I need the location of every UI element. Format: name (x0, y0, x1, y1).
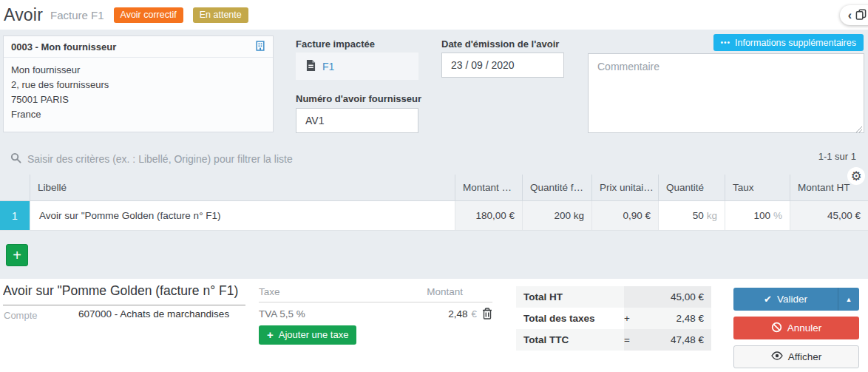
total-taxes-row: Total des taxes + 2,48 € (516, 308, 711, 329)
supplier-card: 0003 - Mon fournisseur Mon fournisseur 2… (3, 35, 274, 132)
tax-currency: € (471, 308, 477, 319)
row-montant-origine-cell: 180,00 € (455, 201, 522, 230)
column-header-quantite-facturee[interactable]: Quantité f… (522, 175, 591, 200)
result-count: 1-1 sur 1 (818, 151, 856, 162)
supplier-address-line: 75001 PARIS (11, 92, 265, 107)
comment-textarea[interactable] (588, 53, 864, 133)
cancel-button[interactable]: Annuler (733, 317, 859, 339)
total-ht-label: Total HT (516, 286, 624, 308)
issue-date-label: Date d'émission de l'avoir (441, 38, 559, 50)
row-libelle-cell[interactable]: Avoir sur "Pomme Golden (facture n° F1) (30, 201, 455, 230)
row-prix-unitaire-cell: 0,90 € (591, 201, 658, 230)
total-taxes-operator: + (624, 308, 643, 329)
validate-dropdown-toggle[interactable]: ▲ (838, 288, 859, 311)
additional-info-button[interactable]: ••• Informations supplémentaires (713, 34, 864, 51)
show-button[interactable]: Afficher (733, 345, 859, 368)
column-header-row-number (0, 175, 30, 200)
totals-section: Total HT 45,00 € Total des taxes + 2,48 … (516, 286, 711, 351)
validate-label: Valider (777, 294, 807, 305)
tax-row: TVA 5,5 % 2,48 € (259, 302, 492, 323)
line-detail-panel: Avoir sur "Pomme Golden (facture n° F1) … (0, 279, 868, 372)
column-header-libelle[interactable]: Libellé (30, 175, 455, 200)
total-ttc-row: Total TTC = 47,48 € (516, 329, 711, 351)
filter-bar (0, 146, 868, 172)
dots-icon: ••• (721, 39, 731, 47)
resize-handle-icon[interactable] (855, 124, 862, 135)
row-montant-ht-cell: 45,00 € (790, 201, 868, 230)
add-tax-button[interactable]: + Ajouter une taxe (259, 325, 356, 345)
total-ttc-label: Total TTC (516, 329, 624, 351)
quantite-unit: kg (707, 210, 717, 221)
tax-amount: 2,48 (448, 308, 467, 319)
validate-button[interactable]: ✔ Valider ▲ (733, 288, 859, 311)
impacted-invoice-link[interactable]: F1 (296, 53, 418, 80)
ban-icon (771, 322, 782, 335)
credit-note-form: 0003 - Mon fournisseur Mon fournisseur 2… (0, 30, 868, 279)
column-header-prix-unitaire[interactable]: Prix unitai… (591, 175, 658, 200)
document-icon (306, 60, 316, 73)
top-bar: Avoir Facture F1 Avoir correctif En atte… (0, 0, 868, 30)
search-icon (10, 152, 21, 166)
impacted-invoice-number: F1 (322, 61, 334, 72)
line-detail-title: Avoir sur "Pomme Golden (facture n° F1) (3, 283, 245, 305)
tax-amount-column-header: Montant (427, 286, 463, 297)
issue-date-input[interactable] (441, 53, 564, 78)
supplier-credit-number-input[interactable] (296, 108, 418, 133)
row-quantite-input[interactable]: 50 kg (658, 201, 725, 230)
plus-icon: + (13, 247, 21, 264)
column-header-taux[interactable]: Taux (725, 175, 790, 200)
total-ttc-value: 47,48 € (643, 329, 711, 351)
supplier-code-name: 0003 - Mon fournisseur (11, 41, 116, 53)
taux-unit: % (773, 210, 782, 221)
account-label: Compte (4, 310, 38, 321)
page-subtitle: Facture F1 (50, 9, 104, 21)
trash-icon (482, 308, 492, 319)
status-badge-corrective: Avoir correctif (114, 7, 183, 23)
check-icon: ✔ (764, 294, 772, 305)
add-tax-label: Ajouter une taxe (279, 329, 349, 340)
supplier-credit-number-label: Numéro d'avoir fournisseur (296, 93, 421, 104)
quantite-value: 50 (693, 210, 704, 221)
side-panel-toggle-button[interactable]: ‹ (840, 5, 868, 25)
building-icon[interactable] (255, 41, 265, 53)
taux-value: 100 (753, 210, 770, 221)
add-line-button[interactable]: + (6, 244, 28, 266)
row-quantite-facturee-cell: 200 kg (522, 201, 591, 230)
row-taux-input[interactable]: 100 % (725, 201, 790, 230)
column-header-quantite[interactable]: Quantité (658, 175, 725, 200)
eye-icon (771, 351, 783, 362)
delete-tax-button[interactable] (482, 308, 492, 319)
tax-name: TVA 5,5 % (259, 308, 448, 319)
total-ht-row: Total HT 45,00 € (516, 286, 711, 308)
total-taxes-label: Total des taxes (516, 308, 624, 329)
row-number-cell[interactable]: 1 (0, 201, 30, 230)
action-buttons: ✔ Valider ▲ Annuler Aff (733, 288, 859, 368)
account-value[interactable]: 607000 - Achats de marchandises (78, 308, 229, 319)
tax-column-header: Taxe (259, 286, 280, 297)
impacted-invoice-label: Facture impactée (296, 38, 375, 50)
taxes-section: Taxe Montant TVA 5,5 % 2,48 € + Ajouter … (259, 286, 492, 345)
column-header-montant-origine[interactable]: Montant … (455, 175, 522, 200)
column-header-montant-ht[interactable]: Montant HT (790, 175, 868, 200)
lines-table: Libellé Montant … Quantité f… Prix unita… (0, 175, 868, 231)
page-title: Avoir (4, 5, 43, 25)
total-ht-operator (624, 286, 643, 308)
copy-icon (855, 9, 867, 22)
table-row: 1 Avoir sur "Pomme Golden (facture n° F1… (0, 201, 868, 231)
supplier-address-line: 2, rue des fournisseurs (11, 78, 265, 92)
table-header-row: Libellé Montant … Quantité f… Prix unita… (0, 175, 868, 201)
total-taxes-value: 2,48 € (643, 308, 711, 329)
caret-up-icon: ▲ (846, 296, 852, 303)
cancel-label: Annuler (787, 322, 822, 334)
supplier-address-line: Mon fournisseur (11, 63, 265, 78)
status-badge-pending: En attente (193, 7, 248, 23)
additional-info-label: Informations supplémentaires (735, 38, 856, 48)
plus-icon: + (267, 329, 274, 340)
total-ttc-operator: = (624, 329, 643, 351)
filter-input[interactable] (27, 153, 545, 165)
show-label: Afficher (788, 351, 822, 362)
total-ht-value: 45,00 € (643, 286, 711, 308)
supplier-address-line: France (11, 107, 265, 122)
chevron-left-icon: ‹ (848, 10, 852, 21)
